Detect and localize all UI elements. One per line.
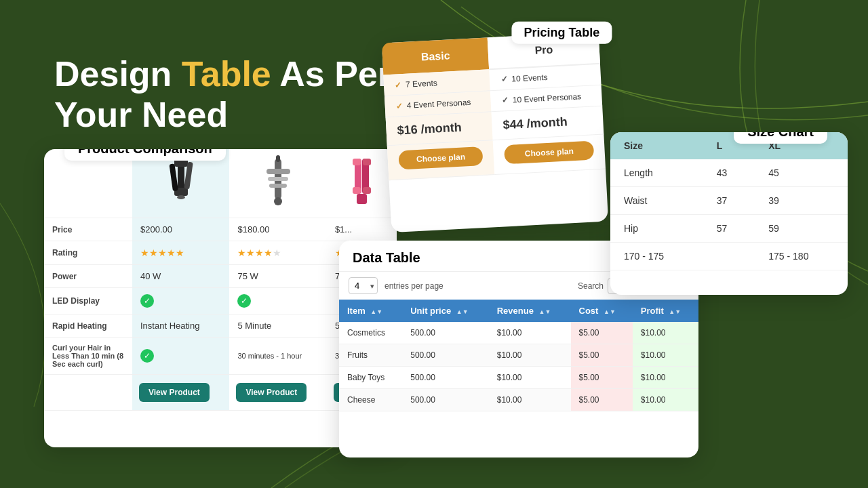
col-cost: Cost ▲▼ bbox=[571, 300, 633, 322]
col-unit-price: Unit price ▲▼ bbox=[402, 300, 489, 322]
svg-rect-7 bbox=[267, 169, 290, 174]
basic-col-header: Basic bbox=[382, 37, 490, 75]
price-val-2: $180.00 bbox=[229, 218, 326, 241]
dt-unit-4: 500.00 bbox=[402, 389, 489, 411]
dt-revenue-4: $10.00 bbox=[489, 389, 571, 411]
dt-revenue-3: $10.00 bbox=[489, 367, 571, 389]
svg-rect-8 bbox=[268, 177, 288, 181]
entries-label: entries per page bbox=[384, 281, 443, 291]
dt-revenue-1: $10.00 bbox=[489, 322, 571, 344]
dt-row-2: Fruits 500.00 $10.00 $5.00 $10.00 bbox=[339, 344, 698, 367]
sc-label-waist: Waist bbox=[610, 187, 703, 215]
dt-cost-4: $5.00 bbox=[571, 389, 633, 411]
dt-revenue-2: $10.00 bbox=[489, 344, 571, 367]
label-price: Price bbox=[44, 218, 132, 241]
price-val-3: $1... bbox=[327, 218, 397, 241]
product-img-1 bbox=[157, 155, 205, 209]
sc-row-length: Length 43 45 bbox=[610, 159, 848, 187]
sc-label-length: Length bbox=[610, 159, 703, 187]
sc-col-size: Size bbox=[610, 132, 703, 159]
dt-unit-2: 500.00 bbox=[402, 344, 489, 367]
dt-profit-4: $10.00 bbox=[633, 389, 698, 411]
dt-row-3: Baby Toys 500.00 $10.00 $5.00 $10.00 bbox=[339, 367, 698, 389]
dt-profit-1: $10.00 bbox=[633, 322, 698, 344]
search-label: Search bbox=[578, 281, 604, 291]
label-power: Power bbox=[44, 265, 132, 288]
led-val-2: ✓ bbox=[229, 288, 326, 314]
sc-l-length: 43 bbox=[703, 159, 755, 187]
dt-row-1: Cosmetics 500.00 $10.00 $5.00 $10.00 bbox=[339, 322, 698, 344]
product-img-cell-3 bbox=[327, 149, 397, 218]
svg-rect-18 bbox=[357, 194, 367, 204]
power-val-2: 75 W bbox=[229, 265, 326, 288]
size-chart-card: Size Chart Size L XL Length 43 45 Waist … bbox=[610, 132, 848, 295]
entries-per-page-select[interactable]: 4 10 25 bbox=[349, 277, 378, 294]
dt-unit-3: 500.00 bbox=[402, 367, 489, 389]
dt-item-2: Fruits bbox=[339, 344, 402, 367]
sc-xl-height: 175 - 180 bbox=[755, 243, 848, 270]
hero-line2: Your Need bbox=[54, 95, 228, 134]
sc-l-waist: 37 bbox=[703, 187, 755, 215]
label-led: LED Display bbox=[44, 288, 132, 314]
col-profit: Profit ▲▼ bbox=[633, 300, 698, 322]
col-item: Item ▲▼ bbox=[339, 300, 402, 322]
hero-section: Design Table As Per Your Need bbox=[54, 54, 391, 136]
dt-cost-3: $5.00 bbox=[571, 367, 633, 389]
curl-val-2: 30 minutes - 1 hour bbox=[229, 338, 326, 375]
size-chart-label: Size Chart bbox=[734, 132, 827, 144]
data-table: Item ▲▼ Unit price ▲▼ Revenue ▲▼ Cost ▲▼… bbox=[339, 300, 698, 411]
entries-select-wrap[interactable]: 4 10 25 bbox=[349, 277, 378, 294]
dt-unit-1: 500.00 bbox=[402, 322, 489, 344]
rating-val-1: ★★★★★ bbox=[132, 241, 229, 265]
pro-cta-cell: Choose plan bbox=[493, 134, 606, 174]
view-product-btn-2[interactable]: View Product bbox=[236, 383, 307, 402]
view-product-btn-1[interactable]: View Product bbox=[139, 383, 210, 402]
product-img-cell-2 bbox=[229, 149, 326, 218]
sc-label-height: 170 - 175 bbox=[610, 243, 703, 270]
price-row: Price $200.00 $180.00 $1... bbox=[44, 218, 397, 241]
rating-val-2: ★★★★★ bbox=[229, 241, 326, 265]
pricing-table-card: Pricing Table Basic Pro ✓7 Events ✓10 Ev… bbox=[382, 32, 608, 232]
dt-item-4: Cheese bbox=[339, 389, 402, 411]
sc-row-hip: Hip 57 59 bbox=[610, 215, 848, 243]
svg-rect-14 bbox=[353, 159, 361, 165]
size-chart-table: Size L XL Length 43 45 Waist 37 39 Hip 5… bbox=[610, 132, 848, 270]
svg-rect-16 bbox=[353, 187, 361, 194]
product-img-3 bbox=[340, 155, 384, 209]
sc-l-hip: 57 bbox=[703, 215, 755, 243]
sc-l-height bbox=[703, 243, 755, 270]
dt-row-4: Cheese 500.00 $10.00 $5.00 $10.00 bbox=[339, 389, 698, 411]
hero-line1: Design Table As Per bbox=[54, 54, 391, 94]
sc-row-waist: Waist 37 39 bbox=[610, 187, 848, 215]
dt-profit-2: $10.00 bbox=[633, 344, 698, 367]
col-revenue: Revenue ▲▼ bbox=[489, 300, 571, 322]
svg-rect-11 bbox=[276, 155, 280, 162]
dt-item-3: Baby Toys bbox=[339, 367, 402, 389]
label-rating: Rating bbox=[44, 241, 132, 265]
product-comparison-label: Product Comparison bbox=[64, 149, 226, 161]
sc-xl-waist: 39 bbox=[755, 187, 848, 215]
dt-header-row: Item ▲▼ Unit price ▲▼ Revenue ▲▼ Cost ▲▼… bbox=[339, 300, 698, 322]
power-val-1: 40 W bbox=[132, 265, 229, 288]
dt-profit-3: $10.00 bbox=[633, 367, 698, 389]
basic-cta-cell: Choose plan bbox=[387, 140, 495, 180]
svg-rect-15 bbox=[363, 159, 371, 165]
choose-plan-btn-basic[interactable]: Choose plan bbox=[398, 146, 484, 169]
heating-val-2: 5 Minute bbox=[229, 314, 326, 338]
dt-item-1: Cosmetics bbox=[339, 322, 402, 344]
label-heating: Rapid Heating bbox=[44, 314, 132, 338]
sc-label-hip: Hip bbox=[610, 215, 703, 243]
dt-cost-2: $5.00 bbox=[571, 344, 633, 367]
led-val-1: ✓ bbox=[132, 288, 229, 314]
svg-point-10 bbox=[274, 197, 282, 205]
choose-plan-btn-pro[interactable]: Choose plan bbox=[504, 140, 594, 164]
dt-cost-1: $5.00 bbox=[571, 322, 633, 344]
svg-rect-9 bbox=[269, 184, 287, 188]
product-img-2 bbox=[253, 155, 304, 209]
label-curl: Curl your Hair in Less Than 10 min (8 Se… bbox=[44, 338, 132, 375]
hero-yellow-word: Table bbox=[182, 54, 271, 94]
svg-point-5 bbox=[177, 195, 185, 199]
curl-val-1: ✓ bbox=[132, 338, 229, 375]
sc-row-height: 170 - 175 175 - 180 bbox=[610, 243, 848, 270]
svg-rect-17 bbox=[363, 187, 371, 194]
